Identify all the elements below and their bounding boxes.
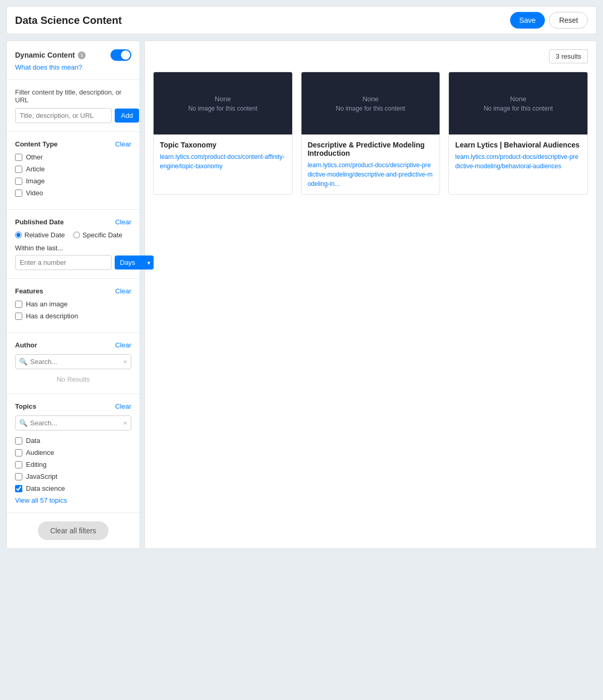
view-all-topics-link[interactable]: View all 57 topics	[15, 496, 131, 504]
relative-date-radio-item: Relative Date	[15, 231, 65, 239]
results-header: 3 results	[153, 49, 588, 63]
checkbox-editing-input[interactable]	[15, 461, 22, 468]
checkbox-data-science-label: Data science	[26, 484, 65, 492]
days-select[interactable]: Days Weeks Months	[115, 255, 154, 270]
dynamic-content-section: Dynamic Content i What does this mean?	[7, 41, 140, 80]
specific-date-radio-item: Specific Date	[73, 231, 122, 239]
checkbox-data: Data	[15, 437, 131, 445]
checkbox-other-label: Other	[26, 153, 43, 161]
checkbox-has-description-label: Has a description	[26, 312, 78, 320]
card-body-1: Topic Taxonomy learn.lytics.com/product-…	[154, 134, 292, 177]
checkbox-data-input[interactable]	[15, 437, 22, 445]
card-link-1[interactable]: learn.lytics.com/product-docs/content-af…	[160, 153, 285, 170]
author-section: Author Clear 🔍 × No Results	[7, 333, 140, 394]
card-body-2: Descriptive & Predictive Modeling Introd…	[302, 134, 440, 194]
save-button[interactable]: Save	[510, 12, 545, 29]
content-type-clear[interactable]: Clear	[115, 140, 131, 148]
main-layout: Dynamic Content i What does this mean? F…	[6, 41, 597, 549]
topics-search-wrapper: 🔍 ×	[15, 415, 131, 430]
card-title-2: Descriptive & Predictive Modeling Introd…	[308, 141, 434, 157]
top-bar: Data Science Content Save Reset	[6, 6, 597, 34]
card-no-image-text-2: No image for this content	[336, 105, 405, 112]
add-button[interactable]: Add	[115, 109, 139, 123]
features-clear[interactable]: Clear	[115, 287, 131, 295]
checkbox-article-input[interactable]	[15, 166, 22, 173]
card-none-text-1: None	[215, 95, 231, 103]
top-bar-buttons: Save Reset	[510, 12, 588, 29]
dynamic-content-toggle[interactable]	[111, 49, 131, 61]
checkbox-has-image: Has an image	[15, 300, 131, 308]
clear-all-button[interactable]: Clear all filters	[38, 521, 109, 540]
card-none-text-3: None	[510, 95, 526, 103]
relative-date-label: Relative Date	[24, 231, 65, 239]
card-image-2: None No image for this content	[302, 72, 440, 134]
checkbox-image-label: Image	[26, 177, 45, 185]
content-area: 3 results None No image for this content…	[144, 41, 597, 549]
checkbox-audience-input[interactable]	[15, 449, 22, 456]
features-title: Features	[15, 287, 43, 295]
page-title: Data Science Content	[15, 15, 122, 26]
topics-search-icon: 🔍	[19, 419, 28, 427]
published-date-clear[interactable]: Clear	[115, 218, 131, 226]
filter-label: Filter content by title, description, or…	[15, 88, 131, 104]
content-card-1: None No image for this content Topic Tax…	[153, 72, 293, 195]
date-number-input[interactable]	[15, 255, 112, 270]
topics-search-input[interactable]	[15, 415, 131, 430]
checkbox-video-input[interactable]	[15, 190, 22, 197]
dynamic-content-info-icon[interactable]: i	[78, 51, 86, 59]
content-type-title: Content Type	[15, 140, 58, 148]
checkbox-article-label: Article	[26, 165, 45, 173]
reset-button[interactable]: Reset	[549, 12, 588, 29]
content-card-2: None No image for this content Descripti…	[301, 72, 441, 195]
content-card-3: None No image for this content Learn Lyt…	[448, 72, 588, 195]
card-title-1: Topic Taxonomy	[160, 141, 286, 149]
relative-date-radio[interactable]	[15, 232, 22, 238]
features-section: Features Clear Has an image Has a descri…	[7, 279, 140, 333]
author-search-input[interactable]	[15, 354, 131, 369]
topics-clear-x-icon[interactable]: ×	[123, 419, 127, 427]
cards-grid: None No image for this content Topic Tax…	[153, 72, 588, 195]
checkbox-video: Video	[15, 189, 131, 197]
topics-clear[interactable]: Clear	[115, 402, 131, 410]
checkbox-audience: Audience	[15, 449, 131, 456]
card-image-3: None No image for this content	[449, 72, 587, 134]
content-type-section: Content Type Clear Other Article Image V…	[7, 132, 140, 210]
author-clear-x-icon[interactable]: ×	[123, 358, 127, 366]
checkbox-has-image-input[interactable]	[15, 301, 22, 308]
author-clear[interactable]: Clear	[115, 341, 131, 349]
card-link-3[interactable]: learn.lytics.com/product-docs/descriptiv…	[455, 153, 578, 170]
dynamic-content-label: Dynamic Content	[15, 51, 75, 59]
checkbox-image: Image	[15, 177, 131, 185]
published-date-title: Published Date	[15, 218, 64, 226]
sidebar: Dynamic Content i What does this mean? F…	[6, 41, 140, 549]
checkbox-data-science-input[interactable]	[15, 485, 22, 492]
checkbox-video-label: Video	[26, 189, 43, 197]
title-filter-input[interactable]	[15, 108, 112, 123]
what-does-link[interactable]: What does this mean?	[15, 63, 82, 71]
checkbox-javascript-label: JavaScript	[26, 473, 58, 480]
checkbox-other-input[interactable]	[15, 154, 22, 161]
card-body-3: Learn Lytics | Behavioral Audiences lear…	[449, 134, 587, 177]
checkbox-javascript-input[interactable]	[15, 473, 22, 480]
specific-date-radio[interactable]	[73, 232, 80, 238]
checkbox-editing: Editing	[15, 461, 131, 468]
specific-date-label: Specific Date	[83, 231, 122, 239]
checkbox-editing-label: Editing	[26, 461, 47, 468]
card-no-image-text-1: No image for this content	[188, 105, 257, 112]
checkbox-has-description-input[interactable]	[15, 313, 22, 320]
author-search-wrapper: 🔍 ×	[15, 354, 131, 369]
within-label: Within the last...	[15, 244, 131, 252]
topics-title: Topics	[15, 402, 36, 410]
card-title-3: Learn Lytics | Behavioral Audiences	[455, 141, 581, 149]
results-badge: 3 results	[549, 49, 588, 63]
published-date-section: Published Date Clear Relative Date Speci…	[7, 210, 140, 279]
card-none-text-2: None	[362, 95, 378, 103]
checkbox-has-image-label: Has an image	[26, 300, 67, 308]
card-link-2[interactable]: learn.lytics.com/product-docs/descriptiv…	[308, 161, 433, 187]
filter-by-title-section: Filter content by title, description, or…	[7, 80, 140, 132]
topics-section: Topics Clear 🔍 × Data Audience Editing	[7, 394, 140, 513]
checkbox-other: Other	[15, 153, 131, 161]
card-no-image-text-3: No image for this content	[484, 105, 553, 112]
checkbox-image-input[interactable]	[15, 178, 22, 185]
author-search-icon: 🔍	[19, 358, 28, 366]
